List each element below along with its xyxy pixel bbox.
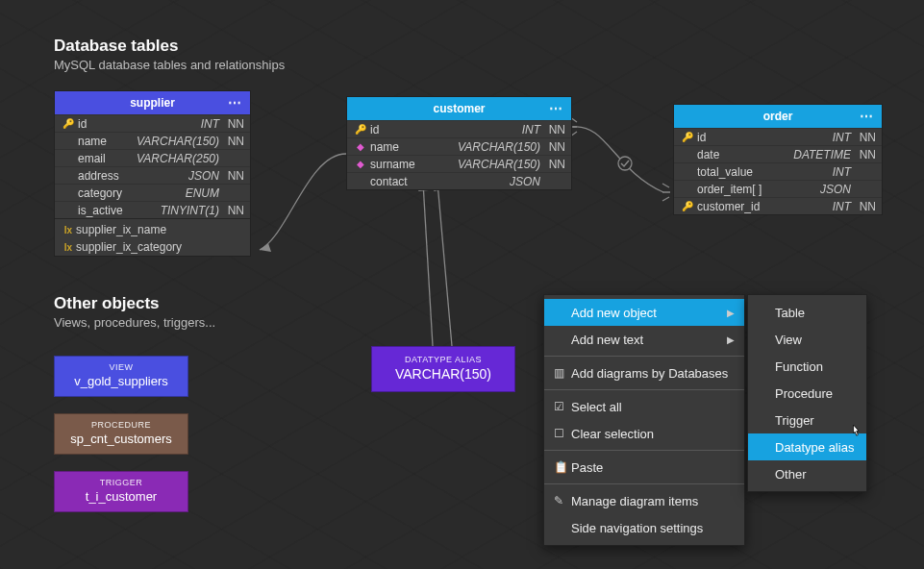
table-header[interactable]: customer ⋯ <box>347 97 571 120</box>
column-name: id <box>368 123 467 136</box>
object-datatype-alias[interactable]: DATATYPE ALIAS VARCHAR(150) <box>371 346 515 392</box>
index-icon: Ix <box>61 242 76 253</box>
column-name: name <box>76 135 137 148</box>
table-index-row[interactable]: Ixsupplier_ix_category <box>55 238 250 256</box>
table-column-row[interactable]: order_item[ ]JSON <box>674 180 882 197</box>
table-column-row[interactable]: contactJSON <box>347 172 571 189</box>
table-column-row[interactable]: total_valueINT <box>674 162 882 180</box>
index-name: supplier_ix_category <box>76 240 182 254</box>
table-column-row[interactable]: dateDATETIMENN <box>674 145 882 162</box>
pointer-cursor-icon <box>848 423 863 442</box>
menu-item-icon: 📋 <box>554 460 571 474</box>
column-notnull: NN <box>851 148 876 161</box>
table-index-row[interactable]: Ixsupplier_ix_name <box>55 221 250 238</box>
table-column-row[interactable]: 🔑customer_idINTNN <box>674 197 882 214</box>
object-trigger[interactable]: TRIGGER t_i_customer <box>54 471 188 512</box>
menu-item-icon: ☐ <box>554 427 571 440</box>
menu-item[interactable]: Add new object▶ <box>544 299 744 326</box>
menu-item-label: Table <box>775 306 857 320</box>
table-header[interactable]: order ⋯ <box>674 105 882 128</box>
table-column-row[interactable]: 🔑idINTNN <box>674 128 882 145</box>
table-menu-icon[interactable]: ⋯ <box>228 91 242 114</box>
table-title: order <box>763 110 793 123</box>
object-view[interactable]: VIEW v_gold_suppliers <box>54 356 188 397</box>
column-type: INT <box>778 200 851 213</box>
menu-item-icon: ☑ <box>554 400 571 413</box>
table-supplier[interactable]: supplier ⋯ 🔑idINTNNnameVARCHAR(150)NNema… <box>54 90 251 257</box>
column-name: date <box>695 148 778 161</box>
column-name: is_active <box>76 204 146 217</box>
context-menu[interactable]: Add new object▶Add new text▶▥Add diagram… <box>543 294 745 546</box>
column-name: address <box>76 169 146 183</box>
section-title: Other objects <box>54 294 215 313</box>
column-notnull: NN <box>851 131 876 144</box>
column-key-icon: 🔑 <box>680 132 695 142</box>
table-order[interactable]: order ⋯ 🔑idINTNNdateDATETIMENNtotal_valu… <box>673 104 883 215</box>
column-name: customer_id <box>695 200 778 213</box>
menu-item-label: Add new text <box>571 333 727 347</box>
table-column-row[interactable]: addressJSONNN <box>55 166 250 184</box>
table-column-row[interactable]: ◆surnameVARCHAR(150)NN <box>347 155 571 172</box>
column-type: INT <box>467 123 540 136</box>
table-column-row[interactable]: nameVARCHAR(150)NN <box>55 132 250 149</box>
menu-item-label: Select all <box>571 400 735 414</box>
menu-item-label: Procedure <box>775 386 857 401</box>
column-notnull: NN <box>219 204 244 217</box>
section-title: Database tables <box>54 37 285 56</box>
object-name: VARCHAR(150) <box>378 366 509 382</box>
menu-item[interactable]: Function <box>748 353 866 380</box>
column-name: category <box>76 186 146 200</box>
object-kind: VIEW <box>59 362 184 372</box>
object-name: sp_cnt_customers <box>59 432 184 446</box>
section-subtitle: MySQL database tables and relationships <box>54 58 285 72</box>
column-notnull: NN <box>540 123 565 136</box>
menu-separator <box>544 389 744 390</box>
column-type: VARCHAR(150) <box>137 135 219 148</box>
menu-item-label: Manage diagram items <box>571 494 735 508</box>
menu-item[interactable]: Table <box>748 299 866 326</box>
menu-item[interactable]: Procedure <box>748 380 866 407</box>
column-key-icon: 🔑 <box>61 118 76 129</box>
menu-item[interactable]: Add new text▶ <box>544 326 744 353</box>
menu-item[interactable]: 📋Paste <box>544 454 744 481</box>
column-key-icon: 🔑 <box>680 201 695 211</box>
table-column-row[interactable]: 🔑idINTNN <box>55 114 250 132</box>
object-procedure[interactable]: PROCEDURE sp_cnt_customers <box>54 413 188 455</box>
column-type: VARCHAR(150) <box>458 140 540 154</box>
object-name: t_i_customer <box>59 489 184 504</box>
table-customer[interactable]: customer ⋯ 🔑idINTNN◆nameVARCHAR(150)NN◆s… <box>346 96 572 190</box>
table-column-row[interactable]: 🔑idINTNN <box>347 120 571 137</box>
table-column-row[interactable]: is_activeTINYINT(1)NN <box>55 201 250 218</box>
column-type: JSON <box>778 183 851 196</box>
chevron-right-icon: ▶ <box>727 334 735 345</box>
menu-item[interactable]: ☐Clear selection <box>544 420 744 447</box>
table-menu-icon[interactable]: ⋯ <box>860 105 874 128</box>
column-type: JSON <box>146 169 219 183</box>
menu-item-label: Add new object <box>571 306 727 320</box>
menu-item[interactable]: Other <box>748 460 866 487</box>
object-kind: DATATYPE ALIAS <box>378 355 509 364</box>
section-subtitle: Views, procedures, triggers... <box>54 315 215 330</box>
object-kind: TRIGGER <box>59 478 184 487</box>
section-other-objects: Other objects Views, procedures, trigger… <box>54 294 215 330</box>
menu-item[interactable]: Side navigation settings <box>544 514 744 541</box>
menu-item-label: Trigger <box>775 413 857 428</box>
table-header[interactable]: supplier ⋯ <box>55 91 250 114</box>
menu-item-label: Clear selection <box>571 427 735 441</box>
menu-item-label: Add diagrams by Databases <box>571 366 735 381</box>
column-type: VARCHAR(250) <box>137 152 219 165</box>
menu-item-label: Paste <box>571 460 735 475</box>
menu-item[interactable]: View <box>748 326 866 353</box>
menu-item[interactable]: ☑Select all <box>544 393 744 420</box>
object-kind: PROCEDURE <box>59 420 184 430</box>
table-column-row[interactable]: emailVARCHAR(250) <box>55 149 250 166</box>
menu-item[interactable]: ✎Manage diagram items <box>544 487 744 514</box>
column-notnull: NN <box>219 135 244 148</box>
column-name: name <box>368 140 458 154</box>
table-column-row[interactable]: categoryENUM <box>55 184 250 201</box>
menu-item[interactable]: ▥Add diagrams by Databases <box>544 359 744 386</box>
column-notnull: NN <box>540 140 565 154</box>
context-submenu[interactable]: TableViewFunctionProcedureTriggerDatatyp… <box>747 294 867 492</box>
table-column-row[interactable]: ◆nameVARCHAR(150)NN <box>347 137 571 155</box>
table-menu-icon[interactable]: ⋯ <box>549 97 563 120</box>
